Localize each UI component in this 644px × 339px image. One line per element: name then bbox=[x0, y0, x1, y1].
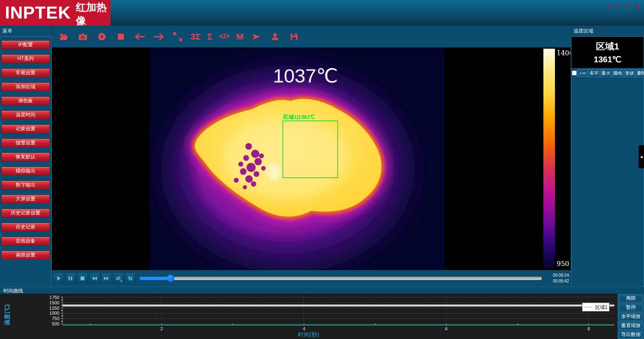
arrow-right-icon[interactable] bbox=[153, 31, 165, 42]
region-temp: 1361℃ bbox=[594, 54, 621, 64]
region-box-label: 区域1|1361℃ bbox=[283, 114, 315, 120]
sidebar-item[interactable]: 记录设置 bbox=[1, 125, 50, 133]
region-action-button[interactable]: 最大 bbox=[600, 69, 611, 77]
sigma-icon[interactable]: Σ bbox=[207, 32, 212, 42]
brand-text: 红加热像 bbox=[76, 0, 110, 28]
region-controls: 1.00 名字 最大 颜色 形状 删除 bbox=[571, 68, 644, 78]
chart-action-button[interactable]: 局部 bbox=[618, 294, 643, 302]
playback-bar: 0 N 00:00:24 00:05:42 bbox=[52, 270, 571, 287]
manual-icon[interactable]: M bbox=[236, 32, 244, 42]
sidebar-title: 菜单 bbox=[0, 26, 52, 36]
send-icon[interactable] bbox=[250, 31, 262, 42]
loop-zero-badge: 0 bbox=[121, 279, 122, 283]
menu-icon[interactable]: ≡ bbox=[606, 3, 611, 10]
svg-text:8: 8 bbox=[588, 326, 590, 331]
svg-text:1250: 1250 bbox=[49, 306, 59, 311]
logo-text: INPTEK bbox=[5, 4, 71, 21]
sidebar-item[interactable]: 调色板 bbox=[1, 97, 50, 105]
region-action-button[interactable]: 名字 bbox=[588, 69, 599, 77]
time-curve-title: 时间曲线 bbox=[0, 287, 644, 294]
next-frame-button[interactable]: N bbox=[125, 273, 136, 284]
spot-temp-label: 1037℃ bbox=[273, 65, 338, 87]
logo: INPTEK 红加热像 bbox=[0, 0, 110, 26]
sidebar-item[interactable]: 温度时间 bbox=[1, 111, 50, 119]
colorbar bbox=[543, 49, 555, 268]
open-folder-icon[interactable] bbox=[58, 31, 70, 42]
sigma3-icon[interactable]: 3Σ bbox=[190, 32, 200, 42]
close-icon[interactable]: × bbox=[636, 3, 640, 10]
region-panel-title: 温度区域 bbox=[571, 26, 644, 36]
toolbar: 3Σ Σ </> M bbox=[52, 26, 571, 47]
user-icon[interactable] bbox=[269, 31, 281, 42]
camera-icon[interactable] bbox=[77, 31, 89, 42]
timeline-slider[interactable] bbox=[140, 277, 542, 280]
time-chart-area: 17501500125010007505002468区域1 温度(℃) 时间(秒… bbox=[0, 294, 617, 339]
temperature-region-panel: 温度区域 区域1 1361℃ 1.00 名字 最大 颜色 形状 bbox=[571, 26, 644, 287]
record-icon[interactable] bbox=[96, 31, 108, 42]
window-controls: ≡ − × bbox=[606, 2, 640, 10]
sidebar-item[interactable]: 历史记录设置 bbox=[1, 209, 50, 217]
chart-action-button[interactable]: 水平缩放 bbox=[618, 313, 643, 320]
stop-icon[interactable] bbox=[115, 31, 127, 42]
timeline-thumb[interactable] bbox=[167, 275, 174, 282]
sidebar-item[interactable]: 常规设置 bbox=[1, 68, 50, 77]
chart-button-column: 局部 暂停 水平缩放 垂直缩放 导出数据 bbox=[617, 294, 644, 339]
timeline-progress bbox=[140, 277, 171, 280]
stop-button[interactable] bbox=[77, 273, 88, 284]
chart-xlabel: 时间(秒) bbox=[0, 331, 617, 339]
code-icon[interactable]: </> bbox=[219, 32, 230, 41]
chart-ylabel: 温度(℃) bbox=[4, 294, 11, 335]
sidebar-item[interactable]: 历史记录 bbox=[1, 223, 50, 231]
region-action-button[interactable]: 删除 bbox=[636, 69, 644, 77]
minimize-icon[interactable]: − bbox=[616, 3, 620, 10]
app-window: INPTEK 红加热像 ≡ − × 菜单 IP配置 HT系列 常规设置 添加区域 bbox=[0, 0, 644, 339]
sidebar-item[interactable]: 高级设置 bbox=[1, 251, 50, 259]
region-action-button[interactable]: 颜色 bbox=[612, 69, 623, 77]
region-panel-frame: 区域1 1361℃ 1.00 名字 最大 颜色 形状 删 bbox=[571, 36, 644, 287]
thermal-image: 1037℃ 区域1|1361℃ bbox=[150, 47, 444, 270]
sidebar-item[interactable]: 大屏设置 bbox=[1, 195, 50, 203]
main-area: 3Σ Σ </> M bbox=[52, 26, 571, 287]
opacity-value-field[interactable]: 1.00 bbox=[578, 69, 588, 77]
sidebar-item[interactable]: 模拟输出 bbox=[1, 167, 50, 175]
save-icon[interactable] bbox=[288, 31, 300, 42]
sidebar-item[interactable]: 恢复默认 bbox=[1, 153, 50, 161]
svg-text:2: 2 bbox=[160, 326, 163, 331]
panel-collapse-handle[interactable]: ◀ bbox=[639, 145, 644, 168]
sidebar-item[interactable]: 数字输出 bbox=[1, 181, 50, 189]
playback-times: 00:00:24 00:05:42 bbox=[545, 273, 571, 284]
total-time: 00:05:42 bbox=[545, 278, 569, 284]
titlebar: INPTEK 红加热像 ≡ − × bbox=[0, 0, 644, 26]
svg-text:6: 6 bbox=[445, 326, 447, 331]
loop-button[interactable]: 0 bbox=[113, 273, 124, 284]
region-action-button[interactable]: 形状 bbox=[624, 69, 635, 77]
arrow-left-icon[interactable] bbox=[134, 31, 146, 42]
chart-action-button[interactable]: 暂停 bbox=[618, 304, 643, 311]
region-card: 区域1 1361℃ bbox=[571, 37, 644, 68]
rewind-button[interactable] bbox=[89, 273, 100, 284]
chart-action-button[interactable]: 导出数据 bbox=[618, 331, 643, 339]
expand-icon[interactable] bbox=[172, 31, 184, 42]
play-button[interactable] bbox=[53, 273, 64, 284]
current-time: 00:00:24 bbox=[545, 273, 569, 278]
svg-text:1750: 1750 bbox=[49, 295, 59, 300]
region-name: 区域1 bbox=[596, 40, 619, 53]
pause-button[interactable] bbox=[65, 273, 76, 284]
time-curve-section: 时间曲线 17501500125010007505002468区域1 温度(℃)… bbox=[0, 287, 644, 339]
svg-text:500: 500 bbox=[52, 321, 59, 326]
svg-text:1000: 1000 bbox=[49, 311, 59, 315]
sidebar-menu: IP配置 HT系列 常规设置 添加区域 调色板 温度时间 记录设置 报警设置 恢… bbox=[0, 36, 52, 287]
restore-icon[interactable] bbox=[625, 2, 631, 10]
thermal-viewer: 1037℃ 区域1|1361℃ 1404 950 bbox=[52, 47, 571, 270]
svg-text:4: 4 bbox=[303, 326, 305, 331]
sidebar-item[interactable]: IP配置 bbox=[1, 40, 50, 49]
region-buttons: 名字 最大 颜色 形状 删除 bbox=[588, 69, 644, 77]
sidebar-item[interactable]: 添加区域 bbox=[1, 82, 50, 91]
sidebar-item[interactable]: HT系列 bbox=[1, 54, 50, 63]
region-visibility-checkbox[interactable] bbox=[572, 71, 577, 75]
svg-text:1500: 1500 bbox=[49, 300, 59, 305]
sidebar-item[interactable]: 报警设置 bbox=[1, 139, 50, 147]
sidebar-item[interactable]: 在线设备 bbox=[1, 237, 50, 245]
fast-forward-button[interactable] bbox=[101, 273, 112, 284]
chart-action-button[interactable]: 垂直缩放 bbox=[618, 322, 643, 330]
